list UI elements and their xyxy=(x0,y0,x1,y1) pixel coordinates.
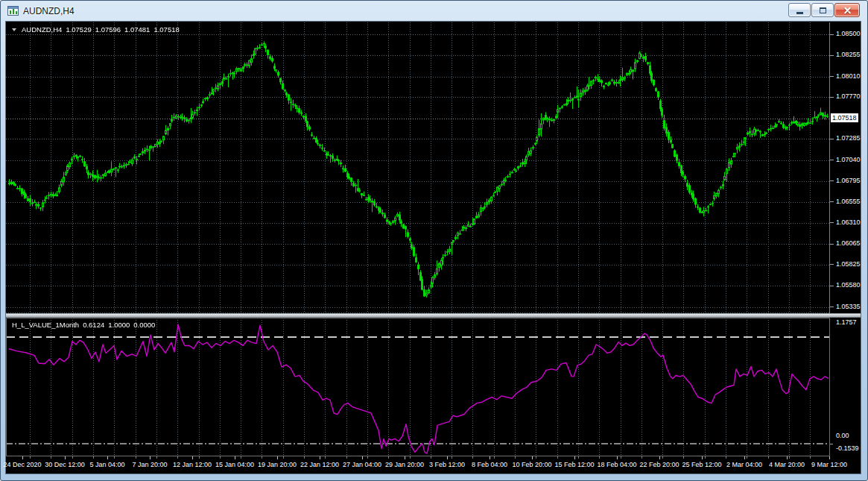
price-tick-mark xyxy=(830,34,834,35)
time-grid-tick xyxy=(578,456,579,459)
time-grid-tick xyxy=(472,456,473,459)
time-axis-label: 7 Jan 20:00 xyxy=(132,461,167,468)
current-price-badge: 1.07518 xyxy=(831,113,858,122)
time-grid-tick xyxy=(662,456,663,459)
time-label-tick xyxy=(65,456,66,459)
price-tick-mark xyxy=(830,97,834,98)
time-axis-label: 2 Mar 04:00 xyxy=(726,461,762,468)
time-grid-tick xyxy=(283,456,284,459)
chart-client-area: AUDNZD,H4 1.07529 1.07596 1.07481 1.0751… xyxy=(5,21,861,474)
time-label-tick xyxy=(659,456,660,459)
time-axis-label: 9 Mar 12:00 xyxy=(811,461,847,468)
time-grid-tick xyxy=(177,456,178,459)
close-icon xyxy=(843,7,852,14)
low-value: 1.07481 xyxy=(124,25,150,34)
price-tick-label: 1.05335 xyxy=(836,303,861,310)
window-titlebar[interactable]: AUDNZD,H4 xyxy=(1,1,867,21)
indicator-value: 0.6124 xyxy=(83,321,104,329)
time-grid-tick xyxy=(156,456,157,459)
candlestick-chart[interactable] xyxy=(6,22,830,313)
price-tick-label: 1.08255 xyxy=(836,51,861,58)
time-axis-label: 29 Jan 20:00 xyxy=(385,461,424,468)
time-axis-label: 19 Jan 20:00 xyxy=(258,461,297,468)
time-axis-label: 27 Jan 04:00 xyxy=(343,461,381,468)
time-label-tick xyxy=(362,456,363,459)
price-tick-label: 1.07770 xyxy=(836,92,861,100)
indicator-level-high: 1.0000 xyxy=(108,321,130,329)
time-grid-tick xyxy=(262,456,262,459)
time-label-tick xyxy=(574,456,575,459)
price-axis: 1.07518 1.1757 0.00 -0.1539 1.085001.082… xyxy=(830,22,861,474)
pane-separator[interactable] xyxy=(6,313,861,318)
time-grid-tick xyxy=(747,456,747,459)
chart-window-icon[interactable] xyxy=(7,6,19,16)
price-tick-label: 1.05825 xyxy=(836,260,861,268)
price-tick-mark xyxy=(830,286,834,286)
time-grid-tick xyxy=(452,456,452,459)
minimize-button[interactable] xyxy=(788,3,811,17)
close-value: 1.07518 xyxy=(153,25,179,34)
indicator-name: H_L_VALUE_1Month xyxy=(12,321,79,329)
close-button[interactable] xyxy=(834,3,860,17)
price-tick-mark xyxy=(830,139,834,139)
price-tick-mark xyxy=(830,306,834,307)
indicator-axis-max: 1.1757 xyxy=(836,318,857,326)
time-label-tick xyxy=(447,456,448,459)
time-label-tick xyxy=(192,456,193,459)
application-window: AUDNZD,H4 AUDNZD,H4 1.07529 1.07596 1.07… xyxy=(0,0,868,481)
time-grid-tick xyxy=(51,456,51,459)
time-grid-tick xyxy=(367,456,368,459)
time-grid-tick xyxy=(789,456,790,459)
indicator-chart[interactable] xyxy=(6,318,830,456)
open-value: 1.07529 xyxy=(66,25,91,34)
price-tick-mark xyxy=(830,244,834,245)
time-label-tick xyxy=(744,456,745,459)
time-grid-tick xyxy=(72,456,73,459)
time-axis-label: 8 Feb 04:00 xyxy=(472,461,507,468)
time-grid-tick xyxy=(494,456,495,459)
time-label-tick xyxy=(490,456,490,459)
time-label-tick xyxy=(405,456,405,459)
chart-ohlc-label: AUDNZD,H4 1.07529 1.07596 1.07481 1.0751… xyxy=(12,25,180,34)
price-tick-mark xyxy=(830,160,834,160)
time-grid-tick xyxy=(136,456,136,459)
time-grid-tick xyxy=(768,456,769,459)
time-axis-label: 10 Feb 20:00 xyxy=(512,461,551,468)
time-label-tick xyxy=(532,456,533,459)
time-axis-label: 25 Feb 12:00 xyxy=(682,461,721,468)
indicator-level-low: 0.0000 xyxy=(133,321,155,329)
high-value: 1.07596 xyxy=(95,25,121,34)
price-tick-label: 1.07285 xyxy=(836,134,861,142)
price-tick-label: 1.06555 xyxy=(836,198,861,205)
time-axis-label: 4 Mar 20:00 xyxy=(769,461,805,468)
time-grid-tick xyxy=(536,456,536,459)
minimize-icon xyxy=(796,12,803,14)
time-axis: 24 Dec 202030 Dec 12:005 Jan 04:007 Jan … xyxy=(6,456,861,474)
time-grid-tick xyxy=(683,456,684,459)
time-grid-tick xyxy=(642,456,642,459)
time-axis-label: 22 Feb 20:00 xyxy=(639,461,679,468)
time-label-tick xyxy=(829,456,830,459)
time-label-tick xyxy=(235,456,235,459)
time-grid-tick xyxy=(810,456,811,459)
time-grid-tick xyxy=(410,456,411,459)
time-grid-tick xyxy=(304,456,305,459)
time-axis-label: 22 Jan 12:00 xyxy=(300,461,339,468)
restore-button[interactable] xyxy=(811,3,834,17)
price-tick-label: 1.08500 xyxy=(836,30,861,37)
indicator-zero-tick xyxy=(830,444,833,444)
time-label-tick xyxy=(702,456,703,459)
time-grid-tick xyxy=(705,456,706,459)
time-label-tick xyxy=(617,456,618,459)
time-grid-tick xyxy=(621,456,621,459)
price-tick-label: 1.06065 xyxy=(836,239,861,247)
time-axis-label: 12 Jan 12:00 xyxy=(173,461,212,468)
price-tick-mark xyxy=(830,76,834,77)
time-grid-tick xyxy=(325,456,326,459)
price-tick-label: 1.06795 xyxy=(836,177,861,184)
time-label-tick xyxy=(150,456,151,459)
indicator-label: H_L_VALUE_1Month 0.6124 1.0000 0.0000 xyxy=(12,321,155,329)
price-tick-label: 1.07040 xyxy=(836,156,861,163)
chevron-down-icon[interactable] xyxy=(12,28,16,31)
time-label-tick xyxy=(320,456,320,459)
